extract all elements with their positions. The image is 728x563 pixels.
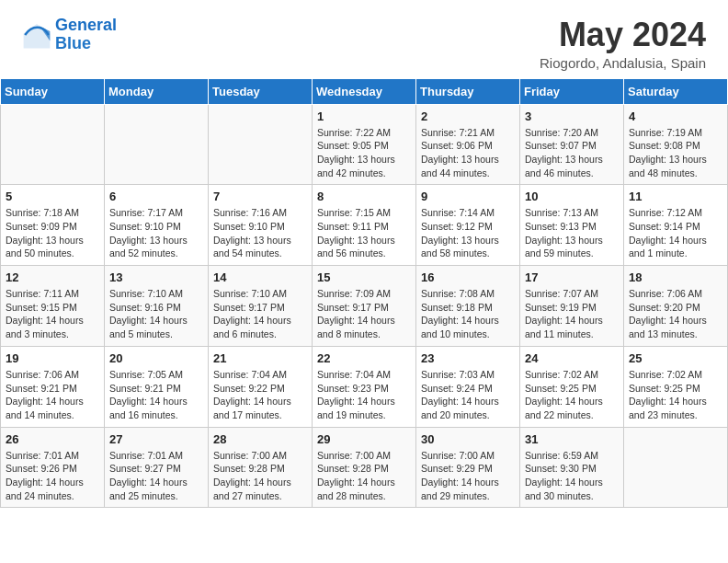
day-info: Sunrise: 7:04 AMSunset: 9:22 PMDaylight:…	[213, 368, 307, 422]
day-info: Sunrise: 7:13 AMSunset: 9:13 PMDaylight:…	[525, 206, 619, 260]
title-block: May 2024 Riogordo, Andalusia, Spain	[540, 17, 706, 71]
day-info: Sunrise: 7:02 AMSunset: 9:25 PMDaylight:…	[629, 368, 722, 422]
day-info: Sunrise: 7:00 AMSunset: 9:28 PMDaylight:…	[213, 449, 307, 503]
day-info: Sunrise: 7:19 AMSunset: 9:08 PMDaylight:…	[629, 126, 722, 180]
calendar-cell: 1Sunrise: 7:22 AMSunset: 9:05 PMDaylight…	[313, 104, 416, 185]
day-number: 3	[525, 109, 619, 123]
day-info: Sunrise: 7:15 AMSunset: 9:11 PMDaylight:…	[317, 206, 411, 260]
calendar-week-5: 26Sunrise: 7:01 AMSunset: 9:26 PMDayligh…	[1, 427, 728, 508]
calendar-cell: 19Sunrise: 7:06 AMSunset: 9:21 PMDayligh…	[1, 346, 105, 427]
general-blue-icon	[22, 20, 51, 50]
logo-container: General Blue	[22, 17, 117, 53]
header-day-friday: Friday	[520, 78, 624, 104]
calendar-cell: 27Sunrise: 7:01 AMSunset: 9:27 PMDayligh…	[105, 427, 209, 508]
day-info: Sunrise: 7:08 AMSunset: 9:18 PMDaylight:…	[421, 287, 515, 341]
day-info: Sunrise: 7:12 AMSunset: 9:14 PMDaylight:…	[629, 206, 722, 260]
day-number: 1	[317, 109, 411, 123]
calendar-cell: 21Sunrise: 7:04 AMSunset: 9:22 PMDayligh…	[209, 346, 313, 427]
calendar-week-1: 1Sunrise: 7:22 AMSunset: 9:05 PMDaylight…	[1, 104, 728, 185]
calendar-table: SundayMondayTuesdayWednesdayThursdayFrid…	[0, 78, 728, 509]
day-info: Sunrise: 7:01 AMSunset: 9:27 PMDaylight:…	[109, 449, 203, 503]
day-number: 12	[6, 270, 99, 284]
header-day-saturday: Saturday	[624, 78, 728, 104]
day-info: Sunrise: 7:17 AMSunset: 9:10 PMDaylight:…	[109, 206, 203, 260]
calendar-cell: 28Sunrise: 7:00 AMSunset: 9:28 PMDayligh…	[209, 427, 313, 508]
calendar-body: 1Sunrise: 7:22 AMSunset: 9:05 PMDaylight…	[1, 104, 728, 508]
header-day-wednesday: Wednesday	[313, 78, 416, 104]
day-info: Sunrise: 7:16 AMSunset: 9:10 PMDaylight:…	[213, 206, 307, 260]
day-number: 30	[421, 432, 515, 446]
calendar-week-2: 5Sunrise: 7:18 AMSunset: 9:09 PMDaylight…	[1, 185, 728, 266]
calendar-cell: 30Sunrise: 7:00 AMSunset: 9:29 PMDayligh…	[416, 427, 520, 508]
day-number: 13	[109, 270, 203, 284]
day-info: Sunrise: 7:06 AMSunset: 9:20 PMDaylight:…	[629, 287, 722, 341]
calendar-cell: 14Sunrise: 7:10 AMSunset: 9:17 PMDayligh…	[209, 266, 313, 347]
calendar-header: SundayMondayTuesdayWednesdayThursdayFrid…	[1, 78, 728, 104]
calendar-cell: 10Sunrise: 7:13 AMSunset: 9:13 PMDayligh…	[520, 185, 624, 266]
header-day-sunday: Sunday	[1, 78, 105, 104]
header-day-thursday: Thursday	[416, 78, 520, 104]
day-info: Sunrise: 7:06 AMSunset: 9:21 PMDaylight:…	[6, 368, 99, 422]
calendar-cell: 6Sunrise: 7:17 AMSunset: 9:10 PMDaylight…	[105, 185, 209, 266]
calendar-cell: 5Sunrise: 7:18 AMSunset: 9:09 PMDaylight…	[1, 185, 105, 266]
calendar-cell: 31Sunrise: 6:59 AMSunset: 9:30 PMDayligh…	[520, 427, 624, 508]
day-info: Sunrise: 7:20 AMSunset: 9:07 PMDaylight:…	[525, 126, 619, 180]
day-number: 18	[629, 270, 722, 284]
day-number: 24	[525, 351, 619, 365]
calendar-cell	[105, 104, 209, 185]
calendar-cell: 13Sunrise: 7:10 AMSunset: 9:16 PMDayligh…	[105, 266, 209, 347]
calendar-cell: 24Sunrise: 7:02 AMSunset: 9:25 PMDayligh…	[520, 346, 624, 427]
day-info: Sunrise: 7:04 AMSunset: 9:23 PMDaylight:…	[317, 368, 411, 422]
day-number: 31	[525, 432, 619, 446]
calendar-cell: 7Sunrise: 7:16 AMSunset: 9:10 PMDaylight…	[209, 185, 313, 266]
calendar-cell: 20Sunrise: 7:05 AMSunset: 9:21 PMDayligh…	[105, 346, 209, 427]
calendar-cell: 8Sunrise: 7:15 AMSunset: 9:11 PMDaylight…	[313, 185, 416, 266]
day-info: Sunrise: 7:22 AMSunset: 9:05 PMDaylight:…	[317, 126, 411, 180]
calendar-cell: 23Sunrise: 7:03 AMSunset: 9:24 PMDayligh…	[416, 346, 520, 427]
day-number: 29	[317, 432, 411, 446]
day-info: Sunrise: 7:18 AMSunset: 9:09 PMDaylight:…	[6, 206, 99, 260]
header-day-monday: Monday	[105, 78, 209, 104]
day-number: 14	[213, 270, 307, 284]
calendar-cell: 17Sunrise: 7:07 AMSunset: 9:19 PMDayligh…	[520, 266, 624, 347]
calendar-cell: 18Sunrise: 7:06 AMSunset: 9:20 PMDayligh…	[624, 266, 728, 347]
day-info: Sunrise: 7:21 AMSunset: 9:06 PMDaylight:…	[421, 126, 515, 180]
logo-blue: Blue	[55, 34, 91, 52]
location-subtitle: Riogordo, Andalusia, Spain	[540, 55, 706, 71]
calendar-cell: 29Sunrise: 7:00 AMSunset: 9:28 PMDayligh…	[313, 427, 416, 508]
calendar-cell: 15Sunrise: 7:09 AMSunset: 9:17 PMDayligh…	[313, 266, 416, 347]
day-info: Sunrise: 7:01 AMSunset: 9:26 PMDaylight:…	[6, 449, 99, 503]
day-number: 19	[6, 351, 99, 365]
day-number: 8	[317, 190, 411, 203]
logo-general: General	[55, 16, 117, 34]
header-row: SundayMondayTuesdayWednesdayThursdayFrid…	[1, 78, 728, 104]
header: General Blue May 2024 Riogordo, Andalusi…	[0, 0, 728, 78]
day-number: 20	[109, 351, 203, 365]
calendar-cell	[1, 104, 105, 185]
calendar-cell: 4Sunrise: 7:19 AMSunset: 9:08 PMDaylight…	[624, 104, 728, 185]
calendar-cell: 9Sunrise: 7:14 AMSunset: 9:12 PMDaylight…	[416, 185, 520, 266]
day-number: 11	[629, 190, 722, 203]
calendar-cell	[209, 104, 313, 185]
day-info: Sunrise: 6:59 AMSunset: 9:30 PMDaylight:…	[525, 449, 619, 503]
calendar-cell: 2Sunrise: 7:21 AMSunset: 9:06 PMDaylight…	[416, 104, 520, 185]
day-info: Sunrise: 7:03 AMSunset: 9:24 PMDaylight:…	[421, 368, 515, 422]
header-day-tuesday: Tuesday	[209, 78, 313, 104]
day-info: Sunrise: 7:14 AMSunset: 9:12 PMDaylight:…	[421, 206, 515, 260]
logo-text: General Blue	[55, 17, 117, 53]
day-info: Sunrise: 7:10 AMSunset: 9:17 PMDaylight:…	[213, 287, 307, 341]
day-info: Sunrise: 7:07 AMSunset: 9:19 PMDaylight:…	[525, 287, 619, 341]
logo: General Blue	[22, 17, 117, 53]
day-info: Sunrise: 7:10 AMSunset: 9:16 PMDaylight:…	[109, 287, 203, 341]
calendar-cell: 25Sunrise: 7:02 AMSunset: 9:25 PMDayligh…	[624, 346, 728, 427]
day-number: 27	[109, 432, 203, 446]
day-number: 4	[629, 109, 722, 123]
calendar-cell: 12Sunrise: 7:11 AMSunset: 9:15 PMDayligh…	[1, 266, 105, 347]
day-number: 17	[525, 270, 619, 284]
calendar-cell: 11Sunrise: 7:12 AMSunset: 9:14 PMDayligh…	[624, 185, 728, 266]
day-number: 9	[421, 190, 515, 203]
day-number: 7	[213, 190, 307, 203]
day-info: Sunrise: 7:09 AMSunset: 9:17 PMDaylight:…	[317, 287, 411, 341]
calendar-cell	[624, 427, 728, 508]
day-number: 22	[317, 351, 411, 365]
